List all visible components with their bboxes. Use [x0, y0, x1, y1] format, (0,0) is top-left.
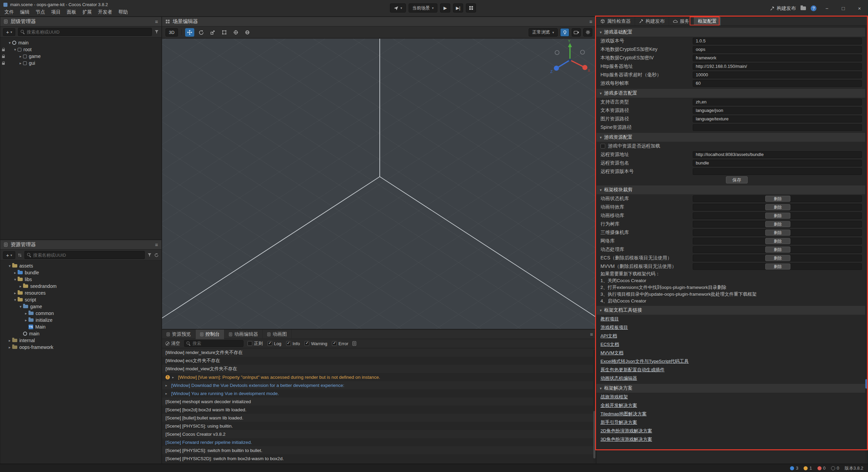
layout-grid-button[interactable] [466, 3, 476, 13]
property-input[interactable] [693, 99, 862, 105]
property-input[interactable] [693, 55, 862, 61]
menu-item-1[interactable]: 编辑 [17, 8, 33, 16]
doc-link[interactable]: 动画状态机编辑器 [600, 375, 637, 381]
chevron-right-icon[interactable]: ▸ [7, 345, 12, 350]
tree-row[interactable]: ▾script [0, 296, 161, 303]
tree-row[interactable]: ▸internal [0, 337, 161, 344]
scale-tool-button[interactable] [208, 28, 217, 37]
view-mode-select[interactable]: 正常浏览 ▾ [529, 28, 558, 37]
property-input[interactable] [693, 116, 862, 122]
chevron-down-icon[interactable]: ▾ [7, 264, 12, 268]
message-count[interactable]: 0 [831, 466, 839, 471]
panel-menu-icon[interactable]: ≡ [590, 331, 593, 337]
doc-link[interactable]: 战旗游戏框架 [600, 394, 628, 400]
tree-row[interactable]: ▾main [0, 39, 161, 46]
doc-link[interactable]: 原生包热更新配置自动生成插件 [600, 367, 665, 373]
log-row[interactable]: ▸[Window] You are running Vue in develop… [162, 389, 596, 397]
move-tool-button[interactable] [185, 28, 194, 37]
scene-settings-button[interactable] [583, 28, 592, 37]
assets-search-input[interactable] [33, 253, 142, 258]
section-header[interactable]: ▾游戏资源配置 [596, 133, 865, 142]
delete-button[interactable]: 删除 [765, 204, 790, 210]
maximize-button[interactable]: □ [837, 4, 849, 13]
doc-link[interactable]: ECS文档 [600, 341, 619, 348]
filter-正则[interactable]: 正则 [248, 340, 263, 347]
console-search-input[interactable] [193, 341, 241, 346]
expand-arrow-icon[interactable]: ▸ [172, 375, 176, 379]
delete-button[interactable]: 删除 [765, 213, 790, 219]
hierarchy-search[interactable] [18, 28, 152, 36]
close-button[interactable]: × [854, 4, 865, 13]
panel-menu-icon[interactable]: ≡ [155, 19, 158, 24]
panel-menu-icon[interactable]: ≡ [155, 242, 158, 248]
delete-button[interactable]: 删除 [765, 263, 790, 270]
menu-item-5[interactable]: 扩展 [79, 8, 95, 16]
chevron-down-icon[interactable]: ▾ [13, 298, 18, 302]
filter-icon[interactable] [155, 30, 159, 34]
help-icon[interactable]: ? [811, 5, 816, 11]
orientation-gizmo[interactable]: Y X Z [550, 40, 590, 80]
add-asset-button[interactable]: + ▾ [3, 251, 15, 259]
log-row[interactable]: [Scene] [box2d]:box2d wasm lib loaded. [162, 406, 596, 414]
console-search[interactable] [184, 340, 243, 347]
log-row[interactable]: [Scene] [PHYSICS2D]: switch from box2d-w… [162, 454, 596, 463]
assets-search[interactable] [24, 251, 145, 259]
log-row[interactable]: [Window] model_view文件夹不存在 [162, 365, 596, 373]
delete-button[interactable]: 删除 [765, 230, 790, 236]
log-row[interactable]: [Scene] Forward render pipeline initiali… [162, 438, 596, 446]
preview-platform-button[interactable]: ▾ [390, 3, 406, 13]
menu-item-4[interactable]: 面板 [64, 8, 79, 16]
tree-row[interactable]: ▸bundle [0, 269, 161, 276]
sort-icon[interactable] [18, 253, 22, 257]
save-button[interactable]: 保存 [726, 176, 748, 183]
tree-row[interactable]: ▸oops-framework [0, 344, 161, 351]
menu-item-6[interactable]: 开发者 [95, 8, 115, 16]
log-row[interactable]: [Scene] meshopt wasm decoder initialized [162, 397, 596, 406]
tab-build[interactable]: 构建发布 [635, 17, 669, 25]
doc-link[interactable]: API文档 [600, 333, 617, 339]
step-button[interactable]: ▶| [453, 3, 463, 13]
chevron-down-icon[interactable]: ▾ [13, 277, 18, 282]
menu-item-2[interactable]: 节点 [33, 8, 48, 16]
play-button[interactable]: ▶ [440, 3, 450, 13]
doc-link[interactable]: 新手引导解决方案 [600, 419, 637, 426]
tree-row[interactable]: TSMain [0, 323, 161, 330]
scene-light-button[interactable] [560, 28, 569, 37]
minimize-button[interactable]: − [821, 4, 833, 13]
property-input[interactable] [693, 80, 862, 87]
property-input[interactable] [693, 168, 862, 175]
console-tab-0[interactable]: 资源预览 [162, 330, 196, 339]
chevron-right-icon[interactable]: ▸ [18, 54, 23, 59]
property-input[interactable] [693, 46, 862, 53]
doc-link[interactable]: Tiledmap地图解决方案 [600, 411, 647, 417]
scene-select[interactable]: 当前场景 ▾ [409, 3, 437, 13]
doc-link[interactable]: 教程项目 [600, 316, 619, 322]
scene-camera-button[interactable] [572, 28, 581, 37]
delete-button[interactable]: 删除 [765, 238, 790, 244]
doc-link[interactable]: 2D角色扮演游戏解决方案 [600, 428, 652, 434]
open-project-folder-icon[interactable] [801, 6, 806, 10]
clear-console-button[interactable]: 清空 [165, 340, 180, 347]
console-tab-1[interactable]: 控制台 [196, 330, 224, 339]
tab-framework-config[interactable]: 框架配置 [694, 17, 721, 25]
doc-link[interactable]: 3D角色扮演游戏解决方案 [600, 436, 652, 442]
doc-link[interactable]: 游戏模板项目 [600, 324, 628, 331]
chevron-right-icon[interactable]: ▸ [18, 61, 23, 65]
property-input[interactable] [693, 63, 862, 70]
chevron-down-icon[interactable]: ▾ [18, 304, 23, 309]
status-count-1[interactable]: 1 [804, 466, 812, 471]
status-count-0[interactable]: 3 [790, 466, 798, 471]
chevron-right-icon[interactable]: ▸ [7, 338, 12, 343]
panel-menu-icon[interactable]: ≡ [589, 19, 592, 24]
log-row[interactable]: !▸[Window] [Vue warn]: Property "onInput… [162, 373, 596, 381]
log-row[interactable]: [Scene] [PHYSICS]: using builtin. [162, 422, 596, 430]
tab-service[interactable]: 服务 [669, 17, 694, 25]
property-input[interactable] [693, 160, 862, 166]
filter-log[interactable]: Log [268, 341, 281, 346]
chevron-right-icon[interactable]: ▸ [23, 318, 28, 322]
filter-warning[interactable]: Warning [304, 341, 327, 346]
menu-item-3[interactable]: 项目 [48, 8, 64, 16]
delete-button[interactable]: 删除 [765, 247, 790, 253]
tree-row[interactable]: ▸initialize [0, 317, 161, 323]
log-row[interactable]: [Window] render_texture文件夹不存在 [162, 349, 596, 357]
